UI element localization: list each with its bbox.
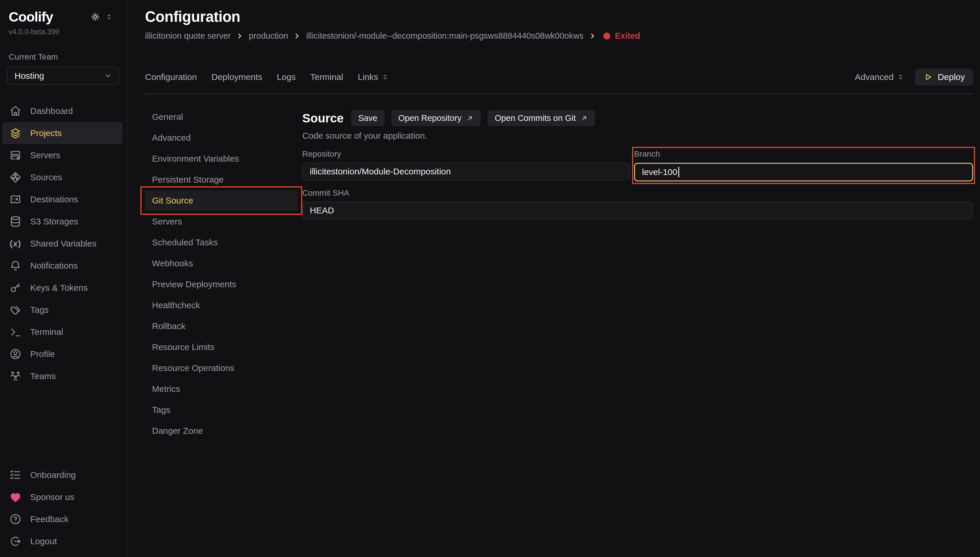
sidebar-item-logout[interactable]: Logout	[2, 530, 122, 552]
sidebar-item-label: Logout	[30, 536, 57, 546]
checklist-icon	[9, 469, 21, 481]
sidebar-item-destinations[interactable]: Destinations	[2, 188, 122, 210]
current-team-label: Current Team	[0, 52, 127, 62]
subnav-item-git-source[interactable]: Git Source	[145, 191, 297, 211]
breadcrumb-application[interactable]: illicitestonion/-module--decomposition:m…	[306, 31, 583, 41]
sidebar-item-onboarding[interactable]: Onboarding	[2, 464, 122, 486]
tab-terminal[interactable]: Terminal	[310, 72, 343, 82]
sidebar-item-shared-variables[interactable]: (x) Shared Variables	[2, 233, 122, 255]
sidebar-item-label: Onboarding	[30, 470, 76, 480]
logo-row: Coolify	[0, 9, 127, 25]
git-source-icon	[9, 171, 21, 184]
sidebar-item-projects[interactable]: Projects	[2, 122, 122, 144]
tab-deployments[interactable]: Deployments	[211, 72, 262, 82]
open-repository-button[interactable]: Open Repository	[392, 110, 481, 126]
sidebar-item-sponsor-us[interactable]: Sponsor us	[2, 486, 122, 508]
breadcrumb: illicitonion quote server production ill…	[145, 31, 973, 41]
text-cursor	[678, 167, 679, 178]
sidebar-item-tags[interactable]: Tags	[2, 299, 122, 321]
subnav-item-scheduled-tasks[interactable]: Scheduled Tasks	[145, 232, 297, 252]
subnav-item-preview-deployments[interactable]: Preview Deployments	[145, 274, 297, 295]
theme-sun-icon[interactable]	[90, 12, 100, 22]
sidebar-item-teams[interactable]: Teams	[2, 365, 122, 387]
chevron-down-icon	[104, 72, 112, 80]
sidebar-item-label: Keys & Tokens	[30, 283, 88, 293]
server-icon	[9, 149, 21, 161]
team-select-value: Hosting	[15, 71, 44, 81]
sidebar-footer-nav: Onboarding Sponsor us Feedback Logout	[0, 464, 127, 552]
subnav-item-servers[interactable]: Servers	[145, 211, 297, 232]
open-commits-button[interactable]: Open Commits on Git	[488, 110, 595, 126]
play-icon	[923, 72, 933, 82]
app-version: v4.0.0-beta.399	[0, 28, 127, 36]
app-root: Coolify v4.0.0-beta.399 Current Team Hos…	[0, 0, 980, 557]
sidebar-item-label: Dashboard	[30, 106, 73, 116]
team-select[interactable]: Hosting	[7, 67, 119, 85]
breadcrumb-project[interactable]: illicitonion quote server	[145, 31, 231, 41]
tab-links[interactable]: Links	[358, 72, 389, 82]
logout-icon	[9, 535, 21, 547]
sidebar-item-label: S3 Storages	[30, 217, 78, 226]
subnav-item-metrics[interactable]: Metrics	[145, 379, 297, 399]
subnav-item-resource-limits[interactable]: Resource Limits	[145, 337, 297, 357]
sidebar-item-label: Profile	[30, 349, 55, 359]
sidebar-item-profile[interactable]: Profile	[2, 343, 122, 365]
sidebar-item-label: Sources	[30, 173, 62, 182]
source-heading: Source	[302, 111, 343, 125]
subnav-item-danger-zone[interactable]: Danger Zone	[145, 421, 297, 441]
sidebar-item-keys-tokens[interactable]: Keys & Tokens	[2, 277, 122, 299]
subnav-item-environment-variables[interactable]: Environment Variables	[145, 148, 297, 169]
sidebar: Coolify v4.0.0-beta.399 Current Team Hos…	[0, 0, 127, 557]
sidebar-item-label: Projects	[30, 128, 62, 138]
subnav-item-tags[interactable]: Tags	[145, 400, 297, 420]
repository-input[interactable]	[302, 163, 629, 180]
git-source-panel: Source Save Open Repository Open Commits…	[302, 107, 973, 557]
heart-hands-icon	[9, 491, 21, 503]
sidebar-item-servers[interactable]: Servers	[2, 144, 122, 166]
sidebar-item-label: Feedback	[30, 514, 68, 524]
tags-icon	[9, 304, 21, 316]
tab-logs[interactable]: Logs	[277, 72, 296, 82]
chevrons-up-down-icon	[897, 73, 905, 81]
branch-label: Branch	[634, 150, 973, 159]
subnav-item-healthcheck[interactable]: Healthcheck	[145, 295, 297, 316]
sidebar-item-label: Servers	[30, 150, 60, 160]
sidebar-item-label: Shared Variables	[30, 239, 96, 249]
status-text: Exited	[615, 31, 640, 41]
sidebar-item-feedback[interactable]: Feedback	[2, 508, 122, 530]
layers-icon	[9, 127, 21, 139]
sidebar-item-dashboard[interactable]: Dashboard	[2, 100, 122, 122]
chevron-right-icon	[589, 32, 596, 40]
subnav-item-persistent-storage[interactable]: Persistent Storage	[145, 169, 297, 190]
bell-icon	[9, 260, 21, 272]
repository-label: Repository	[302, 150, 629, 159]
commit-sha-input[interactable]	[302, 202, 973, 219]
sidebar-item-label: Terminal	[30, 327, 63, 337]
tab-configuration[interactable]: Configuration	[145, 72, 197, 82]
sidebar-item-s3-storages[interactable]: S3 Storages	[2, 210, 122, 233]
theme-selector-chevrons-icon[interactable]	[105, 13, 113, 21]
subnav-item-advanced[interactable]: Advanced	[145, 128, 297, 148]
user-icon	[9, 348, 21, 360]
breadcrumb-environment[interactable]: production	[249, 31, 288, 41]
source-description: Code source of your application.	[302, 131, 973, 141]
sidebar-item-terminal[interactable]: Terminal	[2, 321, 122, 343]
sidebar-item-label: Teams	[30, 371, 56, 381]
branch-input[interactable]: level-100	[634, 163, 973, 181]
subnav-item-resource-operations[interactable]: Resource Operations	[145, 358, 297, 378]
subnav-item-webhooks[interactable]: Webhooks	[145, 253, 297, 274]
branch-field-annotated: Branch level-100	[634, 150, 973, 181]
save-button[interactable]: Save	[351, 110, 384, 126]
variable-icon: (x)	[9, 238, 21, 250]
deploy-button[interactable]: Deploy	[915, 68, 973, 85]
subnav-item-general[interactable]: General	[145, 107, 297, 127]
subnav-item-rollback[interactable]: Rollback	[145, 316, 297, 336]
sidebar-item-notifications[interactable]: Notifications	[2, 255, 122, 277]
users-icon	[9, 370, 21, 382]
sidebar-nav: Dashboard Projects Servers Sources Desti…	[0, 100, 127, 387]
help-icon	[9, 513, 21, 525]
advanced-menu[interactable]: Advanced	[855, 72, 904, 82]
sidebar-item-sources[interactable]: Sources	[2, 166, 122, 188]
commit-sha-label: Commit SHA	[302, 188, 973, 198]
external-link-icon	[580, 114, 588, 122]
